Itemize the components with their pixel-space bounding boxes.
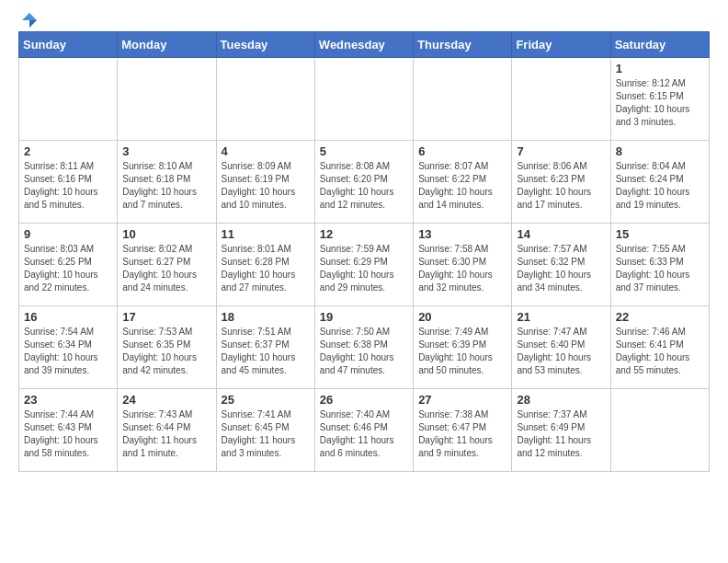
day-number: 1 bbox=[616, 62, 704, 75]
day-cell: 24Sunrise: 7:43 AM Sunset: 6:44 PM Dayli… bbox=[118, 389, 216, 472]
day-info: Sunrise: 7:38 AM Sunset: 6:47 PM Dayligh… bbox=[418, 408, 506, 460]
day-cell: 4Sunrise: 8:09 AM Sunset: 6:19 PM Daylig… bbox=[216, 141, 314, 224]
day-info: Sunrise: 7:46 AM Sunset: 6:41 PM Dayligh… bbox=[616, 326, 704, 377]
day-number: 6 bbox=[418, 144, 506, 158]
day-number: 18 bbox=[222, 310, 310, 324]
day-cell bbox=[314, 58, 413, 141]
day-cell bbox=[19, 58, 118, 141]
day-number: 2 bbox=[24, 144, 112, 158]
week-row-2: 2Sunrise: 8:11 AM Sunset: 6:16 PM Daylig… bbox=[19, 141, 710, 224]
day-info: Sunrise: 7:57 AM Sunset: 6:32 PM Dayligh… bbox=[517, 243, 605, 294]
day-number: 10 bbox=[122, 227, 210, 241]
day-cell: 14Sunrise: 7:57 AM Sunset: 6:32 PM Dayli… bbox=[512, 224, 610, 306]
day-header-thursday: Thursday bbox=[414, 32, 512, 58]
day-number: 17 bbox=[122, 310, 210, 324]
day-number: 11 bbox=[222, 227, 310, 241]
day-number: 27 bbox=[418, 393, 506, 407]
day-number: 15 bbox=[616, 227, 704, 241]
day-info: Sunrise: 8:08 AM Sunset: 6:20 PM Dayligh… bbox=[320, 160, 408, 212]
day-info: Sunrise: 7:51 AM Sunset: 6:37 PM Dayligh… bbox=[222, 326, 310, 377]
day-info: Sunrise: 8:09 AM Sunset: 6:19 PM Dayligh… bbox=[222, 160, 310, 212]
day-info: Sunrise: 8:12 AM Sunset: 6:15 PM Dayligh… bbox=[616, 77, 704, 129]
day-cell: 11Sunrise: 8:01 AM Sunset: 6:28 PM Dayli… bbox=[216, 224, 314, 306]
day-info: Sunrise: 8:07 AM Sunset: 6:22 PM Dayligh… bbox=[418, 160, 506, 212]
day-info: Sunrise: 8:10 AM Sunset: 6:18 PM Dayligh… bbox=[122, 160, 210, 212]
day-info: Sunrise: 7:58 AM Sunset: 6:30 PM Dayligh… bbox=[418, 243, 506, 294]
day-number: 21 bbox=[517, 310, 605, 324]
day-header-tuesday: Tuesday bbox=[216, 32, 314, 58]
day-number: 3 bbox=[122, 144, 210, 158]
day-header-monday: Monday bbox=[118, 32, 216, 58]
week-row-1: 1Sunrise: 8:12 AM Sunset: 6:15 PM Daylig… bbox=[19, 58, 710, 141]
day-cell bbox=[118, 58, 216, 141]
day-cell: 15Sunrise: 7:55 AM Sunset: 6:33 PM Dayli… bbox=[610, 224, 709, 306]
header-row: SundayMondayTuesdayWednesdayThursdayFrid… bbox=[19, 32, 710, 58]
day-header-wednesday: Wednesday bbox=[314, 32, 413, 58]
day-number: 8 bbox=[616, 144, 704, 158]
day-info: Sunrise: 8:11 AM Sunset: 6:16 PM Dayligh… bbox=[24, 160, 112, 212]
day-cell: 12Sunrise: 7:59 AM Sunset: 6:29 PM Dayli… bbox=[314, 224, 413, 306]
day-info: Sunrise: 7:53 AM Sunset: 6:35 PM Dayligh… bbox=[122, 326, 210, 377]
day-cell: 28Sunrise: 7:37 AM Sunset: 6:49 PM Dayli… bbox=[512, 389, 610, 472]
day-info: Sunrise: 8:03 AM Sunset: 6:25 PM Dayligh… bbox=[24, 243, 112, 294]
day-header-friday: Friday bbox=[512, 32, 610, 58]
day-cell: 17Sunrise: 7:53 AM Sunset: 6:35 PM Dayli… bbox=[118, 306, 216, 389]
day-cell bbox=[216, 58, 314, 141]
day-cell: 18Sunrise: 7:51 AM Sunset: 6:37 PM Dayli… bbox=[216, 306, 314, 389]
day-cell: 26Sunrise: 7:40 AM Sunset: 6:46 PM Dayli… bbox=[314, 389, 413, 472]
day-number: 19 bbox=[320, 310, 408, 324]
day-number: 7 bbox=[517, 144, 605, 158]
day-cell: 23Sunrise: 7:44 AM Sunset: 6:43 PM Dayli… bbox=[19, 389, 118, 472]
day-cell: 1Sunrise: 8:12 AM Sunset: 6:15 PM Daylig… bbox=[610, 58, 709, 141]
day-info: Sunrise: 7:49 AM Sunset: 6:39 PM Dayligh… bbox=[418, 326, 506, 377]
day-cell: 21Sunrise: 7:47 AM Sunset: 6:40 PM Dayli… bbox=[512, 306, 610, 389]
day-cell: 19Sunrise: 7:50 AM Sunset: 6:38 PM Dayli… bbox=[314, 306, 413, 389]
day-number: 5 bbox=[320, 144, 408, 158]
week-row-5: 23Sunrise: 7:44 AM Sunset: 6:43 PM Dayli… bbox=[19, 389, 710, 472]
day-info: Sunrise: 7:40 AM Sunset: 6:46 PM Dayligh… bbox=[320, 408, 408, 460]
day-info: Sunrise: 7:41 AM Sunset: 6:45 PM Dayligh… bbox=[222, 408, 310, 460]
day-cell: 25Sunrise: 7:41 AM Sunset: 6:45 PM Dayli… bbox=[216, 389, 314, 472]
day-info: Sunrise: 8:02 AM Sunset: 6:27 PM Dayligh… bbox=[122, 243, 210, 294]
day-cell: 13Sunrise: 7:58 AM Sunset: 6:30 PM Dayli… bbox=[414, 224, 512, 306]
day-number: 24 bbox=[122, 393, 210, 407]
day-cell: 9Sunrise: 8:03 AM Sunset: 6:25 PM Daylig… bbox=[19, 224, 118, 306]
day-cell bbox=[414, 58, 512, 141]
logo-icon bbox=[20, 11, 39, 29]
day-info: Sunrise: 8:01 AM Sunset: 6:28 PM Dayligh… bbox=[222, 243, 310, 294]
day-number: 22 bbox=[616, 310, 704, 324]
day-number: 4 bbox=[222, 144, 310, 158]
day-info: Sunrise: 7:44 AM Sunset: 6:43 PM Dayligh… bbox=[24, 408, 112, 460]
day-info: Sunrise: 7:59 AM Sunset: 6:29 PM Dayligh… bbox=[320, 243, 408, 294]
day-cell: 8Sunrise: 8:04 AM Sunset: 6:24 PM Daylig… bbox=[610, 141, 709, 224]
day-cell: 20Sunrise: 7:49 AM Sunset: 6:39 PM Dayli… bbox=[414, 306, 512, 389]
page-header bbox=[18, 18, 710, 22]
day-cell: 2Sunrise: 8:11 AM Sunset: 6:16 PM Daylig… bbox=[19, 141, 118, 224]
day-cell bbox=[512, 58, 610, 141]
day-info: Sunrise: 7:47 AM Sunset: 6:40 PM Dayligh… bbox=[517, 326, 605, 377]
svg-marker-0 bbox=[22, 13, 37, 20]
day-cell: 7Sunrise: 8:06 AM Sunset: 6:23 PM Daylig… bbox=[512, 141, 610, 224]
day-cell: 5Sunrise: 8:08 AM Sunset: 6:20 PM Daylig… bbox=[314, 141, 413, 224]
day-info: Sunrise: 7:55 AM Sunset: 6:33 PM Dayligh… bbox=[616, 243, 704, 294]
day-number: 28 bbox=[517, 393, 605, 407]
day-number: 12 bbox=[320, 227, 408, 241]
week-row-3: 9Sunrise: 8:03 AM Sunset: 6:25 PM Daylig… bbox=[19, 224, 710, 306]
day-cell: 16Sunrise: 7:54 AM Sunset: 6:34 PM Dayli… bbox=[19, 306, 118, 389]
day-cell: 6Sunrise: 8:07 AM Sunset: 6:22 PM Daylig… bbox=[414, 141, 512, 224]
svg-marker-1 bbox=[29, 20, 37, 28]
day-header-sunday: Sunday bbox=[19, 32, 118, 58]
logo bbox=[18, 18, 39, 22]
day-cell bbox=[610, 389, 709, 472]
day-info: Sunrise: 7:43 AM Sunset: 6:44 PM Dayligh… bbox=[122, 408, 210, 460]
day-info: Sunrise: 7:54 AM Sunset: 6:34 PM Dayligh… bbox=[24, 326, 112, 377]
day-cell: 3Sunrise: 8:10 AM Sunset: 6:18 PM Daylig… bbox=[118, 141, 216, 224]
day-number: 9 bbox=[24, 227, 112, 241]
day-number: 20 bbox=[418, 310, 506, 324]
day-cell: 22Sunrise: 7:46 AM Sunset: 6:41 PM Dayli… bbox=[610, 306, 709, 389]
day-cell: 27Sunrise: 7:38 AM Sunset: 6:47 PM Dayli… bbox=[414, 389, 512, 472]
day-number: 26 bbox=[320, 393, 408, 407]
day-info: Sunrise: 7:37 AM Sunset: 6:49 PM Dayligh… bbox=[517, 408, 605, 460]
calendar-table: SundayMondayTuesdayWednesdayThursdayFrid… bbox=[18, 31, 710, 472]
day-header-saturday: Saturday bbox=[610, 32, 709, 58]
